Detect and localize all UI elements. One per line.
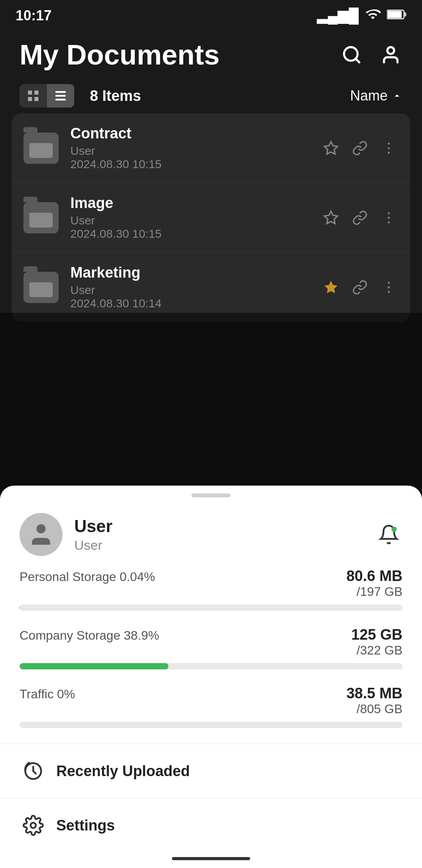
star-filled-icon[interactable] [321,278,341,297]
svg-rect-26 [29,282,39,288]
list-view-button[interactable] [47,84,74,108]
svg-point-22 [388,212,390,214]
user-section: User User [0,501,422,568]
user-info: User User [63,516,375,553]
link-icon[interactable] [350,278,370,297]
file-name: Image [70,195,321,212]
file-actions [321,138,399,158]
star-icon[interactable] [321,208,341,228]
item-count: 8 Items [82,88,342,104]
svg-rect-9 [34,97,39,101]
svg-marker-27 [324,281,337,293]
recently-uploaded-menu-item[interactable]: Recently Uploaded [0,744,422,798]
file-name: Contract [70,125,321,142]
svg-rect-11 [55,95,66,97]
more-icon[interactable] [379,208,399,228]
personal-storage-label: Personal Storage 0.04% [20,570,155,584]
traffic-value: 38.5 MB/805 GB [346,685,402,716]
file-item-marketing[interactable]: Marketing User2024.08.30 10:14 [12,253,410,322]
status-time: 10:17 [16,7,52,24]
file-meta: User2024.08.30 10:15 [70,144,321,171]
more-icon[interactable] [379,278,399,297]
page-title: My Documents [20,39,220,71]
file-meta: User2024.08.30 10:14 [70,283,321,310]
svg-rect-6 [28,91,32,95]
file-info: Contract User2024.08.30 10:15 [59,125,321,171]
sheet-handle [191,493,231,497]
file-info: Marketing User2024.08.30 10:14 [59,264,321,310]
status-bar: 10:17 ▂▄▆█ [0,0,422,31]
recently-uploaded-icon [20,757,47,785]
svg-rect-1 [388,11,402,18]
svg-rect-8 [28,97,32,101]
folder-icon [23,202,59,233]
personal-storage-progress [20,604,402,611]
file-meta: User2024.08.30 10:15 [70,214,321,240]
header-actions [340,43,402,66]
svg-point-24 [388,221,390,223]
svg-point-16 [388,142,390,144]
view-controls: 8 Items Name [0,78,422,113]
wifi-icon [365,6,381,25]
company-storage-progress [20,663,402,669]
svg-point-5 [387,47,394,54]
svg-rect-14 [29,143,39,149]
avatar [20,513,63,556]
svg-point-28 [388,282,390,283]
status-icons: ▂▄▆█ [317,6,406,25]
battery-icon [387,7,406,24]
svg-point-17 [388,147,390,149]
svg-rect-20 [29,213,39,218]
traffic-progress [20,722,402,728]
svg-rect-7 [34,91,39,95]
link-icon[interactable] [350,138,370,158]
svg-rect-2 [404,13,406,16]
grid-view-button[interactable] [20,84,47,108]
svg-point-29 [388,286,390,288]
traffic-label: Traffic 0% [20,687,75,701]
file-actions [321,278,399,297]
more-icon[interactable] [379,138,399,158]
signal-icon: ▂▄▆█ [317,7,359,24]
svg-point-32 [392,527,397,532]
company-storage-row: Company Storage 38.9% 125 GB/322 GB [20,626,402,669]
folder-icon [23,272,59,303]
search-icon[interactable] [340,43,363,66]
home-bar [172,857,250,860]
user-name: User [74,516,375,536]
folder-icon [23,133,59,164]
star-icon[interactable] [321,138,341,158]
svg-point-30 [388,291,390,293]
svg-line-4 [356,59,359,62]
file-info: Image User2024.08.30 10:15 [59,195,321,240]
user-role: User [74,538,375,553]
view-toggle[interactable] [20,84,74,108]
svg-marker-21 [324,211,337,224]
file-name: Marketing [70,264,321,281]
settings-icon [20,812,47,839]
svg-point-34 [30,823,36,828]
company-storage-fill [20,663,168,669]
traffic-row: Traffic 0% 38.5 MB/805 GB [20,685,402,728]
company-storage-value: 125 GB/322 GB [351,626,402,658]
svg-rect-12 [55,99,66,101]
settings-menu-item[interactable]: Settings [0,798,422,852]
storage-section: Personal Storage 0.04% 80.6 MB/197 GB Co… [0,568,422,728]
personal-storage-value: 80.6 MB/197 GB [346,568,402,599]
file-actions [321,208,399,228]
link-icon[interactable] [350,208,370,228]
menu-section: Recently Uploaded Settings [0,744,422,852]
file-item-contract[interactable]: Contract User2024.08.30 10:15 [12,113,410,183]
svg-point-18 [388,152,390,154]
personal-storage-row: Personal Storage 0.04% 80.6 MB/197 GB [20,568,402,611]
svg-rect-10 [55,91,66,93]
svg-point-31 [36,524,45,533]
notification-icon[interactable] [375,521,402,548]
file-list: Contract User2024.08.30 10:15 [12,113,410,322]
recently-uploaded-label: Recently Uploaded [47,763,190,780]
bottom-sheet: User User Personal Storage 0.04% 80.6 MB… [0,486,422,868]
profile-icon[interactable] [379,43,402,66]
sort-button[interactable]: Name [350,88,402,104]
company-storage-label: Company Storage 38.9% [20,628,159,643]
file-item-image[interactable]: Image User2024.08.30 10:15 [12,183,410,253]
